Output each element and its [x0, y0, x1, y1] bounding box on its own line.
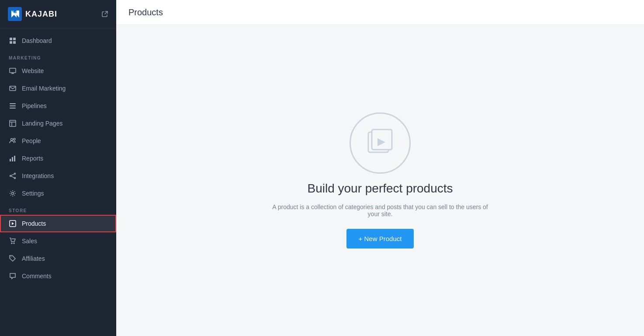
sidebar-item-website[interactable]: Website: [0, 62, 116, 80]
page-title: Products: [128, 7, 163, 18]
tag-icon: [9, 255, 17, 262]
sidebar-header: KAJABI: [0, 0, 116, 28]
sidebar-item-label: Reports: [22, 155, 43, 162]
svg-rect-1: [10, 38, 12, 40]
mail-icon: [9, 84, 17, 92]
logo-text: KAJABI: [25, 10, 57, 19]
sidebar-item-label: Dashboard: [22, 37, 52, 44]
svg-rect-7: [10, 103, 16, 104]
users-icon: [9, 137, 17, 145]
logo-area: KAJABI: [8, 7, 57, 21]
sidebar-item-integrations[interactable]: Integrations: [0, 167, 116, 185]
play-square-icon: [9, 220, 17, 228]
sidebar-item-label: Sales: [22, 238, 37, 245]
svg-rect-8: [10, 105, 16, 106]
svg-point-11: [11, 139, 13, 141]
cart-icon: [9, 237, 17, 245]
list-icon: [9, 102, 17, 110]
svg-point-23: [10, 256, 11, 257]
layout-icon: [9, 119, 17, 127]
svg-rect-6: [10, 86, 16, 91]
bar-chart-icon: [9, 154, 17, 162]
main-header: Products: [116, 0, 644, 25]
sidebar-item-sales[interactable]: Sales: [0, 232, 116, 250]
sidebar-item-label: Integrations: [22, 172, 54, 179]
main-body: Build your perfect products A product is…: [116, 25, 644, 336]
sidebar-item-pipelines[interactable]: Pipelines: [0, 97, 116, 115]
svg-rect-4: [13, 41, 16, 44]
share-icon: [9, 172, 17, 180]
svg-point-18: [14, 178, 16, 179]
svg-rect-14: [12, 157, 13, 161]
svg-rect-13: [10, 159, 11, 161]
sidebar-section-store: STORE: [0, 202, 116, 215]
sidebar-item-label: Pipelines: [22, 102, 47, 109]
comment-icon: [9, 272, 17, 280]
monitor-icon: [9, 67, 17, 75]
sidebar-item-people[interactable]: People: [0, 132, 116, 150]
svg-rect-10: [10, 120, 16, 126]
sidebar-item-email-marketing[interactable]: Email Marketing: [0, 80, 116, 97]
svg-point-19: [12, 192, 14, 195]
svg-point-21: [11, 243, 12, 244]
sidebar-section-marketing: MARKETING: [0, 49, 116, 62]
svg-rect-25: [372, 130, 392, 150]
grid-icon: [9, 37, 17, 45]
svg-rect-2: [13, 38, 16, 40]
svg-point-22: [14, 243, 14, 244]
sidebar-item-label: Comments: [22, 273, 52, 280]
svg-point-12: [14, 138, 15, 140]
sidebar-item-products[interactable]: Products: [0, 215, 116, 232]
sidebar-item-dashboard[interactable]: Dashboard: [0, 32, 116, 49]
sidebar-item-label: Affiliates: [22, 255, 45, 262]
main-content: Products Build your perfect products A p…: [116, 0, 644, 336]
sidebar-item-label: Email Marketing: [22, 85, 66, 92]
svg-rect-3: [10, 41, 12, 44]
svg-point-17: [10, 175, 11, 177]
sidebar-item-label: Website: [22, 67, 44, 74]
sidebar-item-landing-pages[interactable]: Landing Pages: [0, 115, 116, 132]
new-product-button[interactable]: + New Product: [346, 229, 414, 248]
sidebar-item-label: People: [22, 137, 41, 144]
sidebar-item-reports[interactable]: Reports: [0, 150, 116, 167]
sidebar: KAJABI Dashboard MARKETING Website: [0, 0, 116, 336]
sidebar-nav: Dashboard MARKETING Website Email Market…: [0, 28, 116, 288]
svg-rect-15: [14, 156, 15, 161]
svg-point-16: [14, 173, 16, 175]
settings-icon: [9, 189, 17, 197]
sidebar-item-label: Products: [22, 220, 46, 227]
sidebar-item-label: Settings: [22, 190, 44, 197]
sidebar-item-settings[interactable]: Settings: [0, 185, 116, 202]
svg-rect-9: [10, 108, 16, 108]
sidebar-item-comments[interactable]: Comments: [0, 267, 116, 285]
kajabi-logo-icon: [8, 7, 22, 21]
sidebar-item-affiliates[interactable]: Affiliates: [0, 250, 116, 267]
empty-state-title: Build your perfect products: [307, 182, 453, 196]
empty-state-description: A product is a collection of categories …: [271, 203, 489, 217]
sidebar-item-label: Landing Pages: [22, 120, 62, 127]
external-link-icon[interactable]: [101, 10, 108, 18]
svg-rect-5: [10, 68, 16, 73]
empty-state: Build your perfect products A product is…: [271, 112, 489, 248]
empty-state-icon: [350, 112, 411, 174]
